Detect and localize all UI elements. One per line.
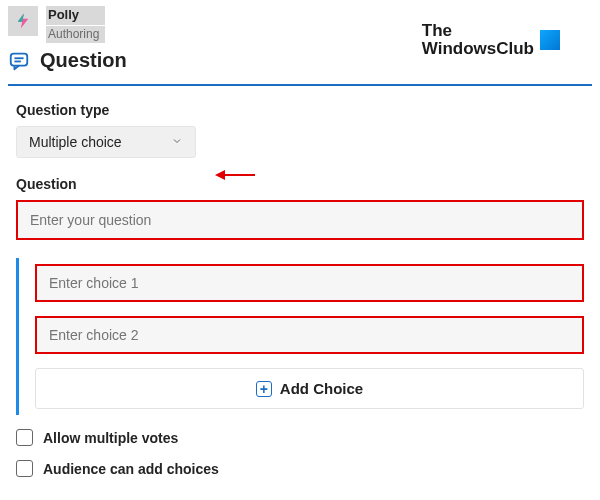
app-logo bbox=[8, 6, 38, 36]
add-choice-button[interactable]: + Add Choice bbox=[35, 368, 584, 409]
bolt-icon bbox=[14, 12, 32, 30]
watermark-line2: WindowsClub bbox=[422, 40, 534, 58]
choices-list: + Add Choice bbox=[16, 258, 584, 415]
add-choice-label: Add Choice bbox=[280, 380, 363, 397]
app-subtitle: Authoring bbox=[46, 26, 105, 44]
plus-icon: + bbox=[256, 381, 272, 397]
question-type-value: Multiple choice bbox=[29, 134, 122, 150]
chat-icon bbox=[8, 50, 30, 72]
chevron-down-icon bbox=[171, 134, 183, 150]
audience-add-row[interactable]: Audience can add choices bbox=[16, 460, 584, 477]
choice-input-1[interactable] bbox=[35, 264, 584, 302]
question-input[interactable] bbox=[16, 200, 584, 240]
svg-rect-0 bbox=[11, 54, 28, 66]
allow-multiple-row[interactable]: Allow multiple votes bbox=[16, 429, 584, 446]
app-name: Polly bbox=[46, 6, 105, 25]
choice-input-2[interactable] bbox=[35, 316, 584, 354]
watermark-logo-icon bbox=[540, 30, 560, 50]
question-label: Question bbox=[16, 176, 584, 192]
allow-multiple-checkbox[interactable] bbox=[16, 429, 33, 446]
question-type-select[interactable]: Multiple choice bbox=[16, 126, 196, 158]
watermark: The WindowsClub bbox=[422, 22, 560, 58]
annotation-arrow bbox=[215, 170, 255, 180]
allow-multiple-label: Allow multiple votes bbox=[43, 430, 178, 446]
audience-add-label: Audience can add choices bbox=[43, 461, 219, 477]
audience-add-checkbox[interactable] bbox=[16, 460, 33, 477]
form-area: Question type Multiple choice Question +… bbox=[0, 86, 600, 477]
question-type-label: Question type bbox=[16, 102, 584, 118]
page-title: Question bbox=[40, 49, 127, 72]
app-meta: Polly Authoring bbox=[46, 6, 105, 43]
watermark-line1: The bbox=[422, 22, 534, 40]
